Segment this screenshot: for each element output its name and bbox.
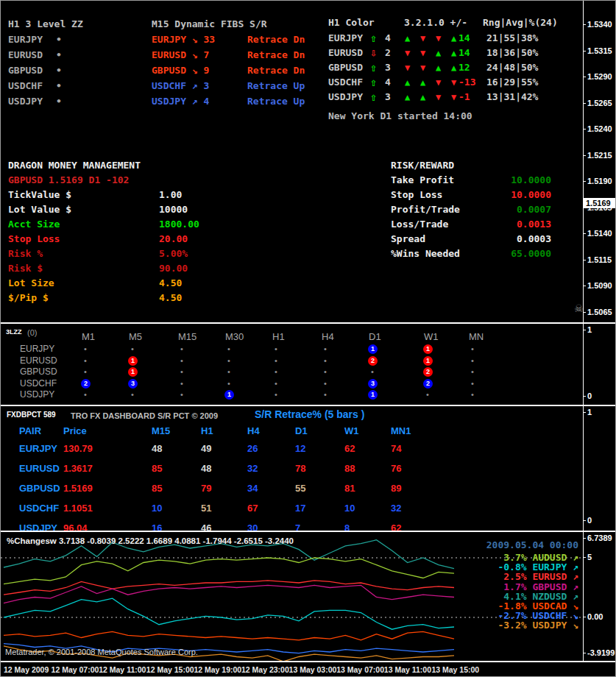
- money-mgmt-subtitle: GBPUSD 1.5169 D1 -102: [8, 174, 129, 185]
- price-tick-label[interactable]: 1.5090: [587, 281, 612, 290]
- fibs-retrace-label: Retrace Dn: [247, 49, 305, 60]
- zz3-scale-min[interactable]: 0: [587, 391, 592, 400]
- percent-change-chart[interactable]: [1, 532, 583, 661]
- zz3-signal-blue-badge: 2: [81, 379, 91, 389]
- bar-up-arrow-icon: ▲: [436, 63, 441, 73]
- zz3-signal-blue-badge: 3: [128, 379, 138, 389]
- bar-down-arrow-icon: ▼: [451, 92, 456, 102]
- money-row-value: 1800.00: [159, 219, 199, 230]
- zz3-column-header: H1: [272, 331, 285, 342]
- timeline-label[interactable]: 13 May 11:00: [384, 665, 431, 674]
- bar-down-arrow-icon: ▼: [436, 33, 441, 43]
- percent-change-plot: [1, 532, 583, 661]
- price-tick-label[interactable]: 1.5315: [587, 46, 612, 55]
- zz3-dot: •: [275, 356, 277, 365]
- price-tick-label[interactable]: 1.5065: [587, 308, 612, 316]
- fx-retrace-value: 89: [391, 483, 401, 494]
- fx-column-header: W1: [344, 425, 359, 436]
- timeline-label[interactable]: 13 May 03:00: [289, 665, 337, 674]
- timeline-label[interactable]: 12 May 11:00: [99, 665, 146, 674]
- money-row-label: TickValue $: [8, 189, 71, 200]
- zz3-dot: •: [471, 367, 474, 376]
- change-scale-grid-high[interactable]: 5: [587, 553, 592, 561]
- price-tick-label[interactable]: 1.5240: [587, 124, 612, 133]
- timeline-label[interactable]: 12 May 23:00: [241, 665, 289, 674]
- zz-panel-title: H1 3 Level ZZ: [8, 18, 83, 29]
- price-tick-label[interactable]: 1.5115: [587, 255, 612, 264]
- zz3-dot: •: [426, 390, 429, 399]
- bar-up-arrow-icon: ▲: [420, 92, 425, 102]
- zz3-dot: •: [180, 367, 183, 376]
- fx-scale-min[interactable]: 0: [587, 516, 592, 525]
- zz3-signal-red-badge: 1: [128, 367, 138, 377]
- change-scale-zero[interactable]: 0.00: [587, 612, 603, 621]
- bar-down-arrow-icon: ▼: [405, 63, 410, 73]
- zz3-column-header: M30: [225, 331, 244, 342]
- zz3-column-header: M15: [178, 331, 197, 342]
- skull-icon: ☠: [574, 302, 584, 315]
- risk-row-label: Stop Loss: [391, 189, 442, 200]
- price-tick-label[interactable]: 1.5265: [587, 99, 612, 107]
- zz3-column-header: H4: [322, 331, 334, 342]
- fx-pair-label: EURJPY: [19, 443, 57, 454]
- timeline-label[interactable]: 12 May 19:00: [194, 665, 241, 674]
- fx-retrace-value: 81: [344, 483, 355, 494]
- zz3-dot: •: [275, 390, 277, 399]
- risk-row-value: 10.0000: [457, 189, 551, 200]
- timeline-label[interactable]: 12 May 15:00: [146, 665, 194, 674]
- zz3-dot: •: [227, 344, 230, 353]
- fx-price-value: 1.1051: [63, 503, 93, 514]
- zz3-dot: •: [180, 356, 183, 365]
- fx-retrace-value: 85: [152, 483, 162, 494]
- zz3-dot: •: [84, 356, 87, 365]
- h1color-pair-label: GBPUSD: [328, 62, 363, 73]
- h1color-count: 3: [385, 91, 391, 102]
- change-scale-top[interactable]: 6.7389: [587, 534, 612, 542]
- h1color-stats: 13|31|42%: [486, 91, 538, 102]
- zz3-signal-blue-badge: 1: [224, 390, 234, 400]
- timeline-label[interactable]: 13 May 07:00: [336, 665, 384, 674]
- fx-retrace-value: 48: [201, 463, 211, 474]
- timeline-label[interactable]: 13 May 15:00: [431, 665, 479, 674]
- zz3-dot: •: [180, 390, 183, 399]
- risk-row-value: 0.0013: [457, 219, 551, 230]
- money-row-label: Lot Size: [8, 277, 54, 288]
- bar-down-arrow-icon: ▼: [420, 48, 425, 58]
- zz-pair-label: USDJPY: [8, 96, 43, 107]
- trend-up-arrow-icon: ⇧: [370, 32, 377, 45]
- price-tick-label[interactable]: 1.5190: [587, 177, 612, 185]
- scale-divider-line[interactable]: [583, 1, 584, 661]
- fx-column-header: PAIR: [19, 425, 41, 436]
- zz3-dot: •: [275, 344, 277, 353]
- change-scale-bottom[interactable]: -3.9199: [587, 648, 615, 657]
- money-row-value: 4.50: [159, 277, 182, 288]
- money-row-label: Risk $: [8, 263, 43, 274]
- trend-down-arrow-icon: ⇩: [370, 46, 377, 60]
- bar-down-arrow-icon: ▼: [436, 77, 441, 88]
- money-row-value: 5.00%: [159, 248, 188, 259]
- series-line-eurjpy: [4, 598, 454, 629]
- timeline-axis[interactable]: 12 May 200912 May 07:0012 May 11:0012 Ma…: [1, 662, 616, 676]
- zz3-dot: •: [324, 356, 327, 365]
- fx-scale-max[interactable]: 1: [587, 408, 592, 417]
- h1color-panel-title: H1 Color: [328, 17, 375, 28]
- price-tick-label[interactable]: 1.5290: [587, 72, 612, 81]
- price-tick-label[interactable]: 1.5215: [587, 151, 612, 160]
- timeline-label[interactable]: 12 May 07:00: [52, 665, 99, 674]
- fibs-panel-title: M15 Dynamic FIBS S/R: [152, 18, 267, 29]
- zz3-dot: •: [324, 379, 327, 388]
- money-row-label: $/Pip $: [8, 292, 49, 303]
- zz-pair-label: GBPUSD: [8, 65, 43, 76]
- h1color-count: 4: [385, 77, 391, 88]
- zz3-dot: •: [84, 367, 87, 376]
- zz3-dot: •: [471, 379, 474, 388]
- timeline-label[interactable]: 12 May 2009: [4, 665, 49, 674]
- zz3-scale-max[interactable]: 1: [587, 325, 592, 334]
- price-tick-label[interactable]: 1.5340: [587, 20, 612, 29]
- h1color-stats: 21|55|38%: [486, 32, 538, 43]
- fx-retrace-value: 10: [344, 503, 355, 514]
- fx-retrace-value: 74: [391, 443, 401, 454]
- fx-column-header: Price: [63, 425, 87, 436]
- legend-item-usdjpy: -3.2% USDJPY ↘: [498, 620, 578, 631]
- price-tick-label[interactable]: 1.5140: [587, 229, 612, 238]
